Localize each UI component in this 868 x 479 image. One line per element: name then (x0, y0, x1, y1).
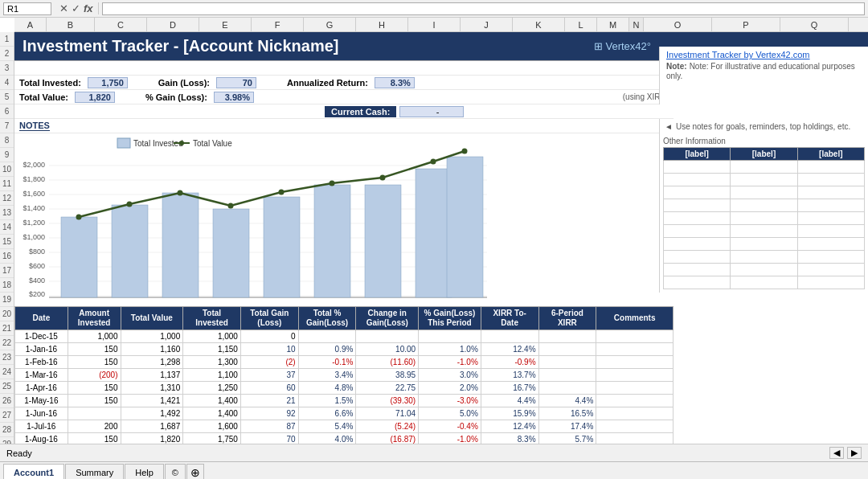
formula-input[interactable] (102, 2, 865, 15)
svg-rect-27 (112, 205, 148, 297)
other-info-table: [label] [label] [label] (663, 147, 865, 289)
col-header-Q[interactable]: Q (780, 18, 849, 31)
cell-date: 1-May-16 (15, 395, 68, 407)
svg-point-40 (330, 181, 335, 186)
svg-rect-28 (162, 193, 199, 297)
tab-help[interactable]: Help (125, 464, 164, 479)
col-header-A[interactable]: A (14, 18, 47, 31)
cell-total-value: 1,820 (121, 433, 183, 444)
cell-6xirr (538, 382, 596, 395)
cell-change-gain: 10.00 (356, 343, 419, 356)
cell-comments (596, 330, 674, 343)
svg-rect-34 (447, 157, 483, 297)
cell-comments (596, 369, 674, 382)
cell-amount (68, 407, 121, 420)
cell-total-gain: 87 (240, 420, 298, 433)
svg-rect-31 (314, 185, 350, 297)
svg-rect-33 (416, 169, 452, 297)
col-header-K[interactable]: K (513, 18, 565, 31)
other-col-2: [label] (731, 148, 797, 161)
cell-total-gain: 92 (240, 407, 298, 420)
col-header-I[interactable]: I (408, 18, 461, 31)
cell-amount: 150 (68, 382, 121, 395)
formula-bar: R1 ✕ ✓ fx (0, 0, 868, 18)
col-header-L[interactable]: L (565, 18, 597, 31)
cell-total-pct: 4.0% (298, 433, 356, 444)
cell-change-gain: 22.75 (356, 382, 419, 395)
cell-xirr: 4.4% (481, 395, 538, 407)
confirm-icon[interactable]: ✓ (72, 2, 80, 14)
cell-pct-this: 2.0% (419, 382, 481, 395)
col-header-D[interactable]: D (147, 18, 199, 31)
svg-point-43 (462, 149, 468, 154)
svg-text:$2,000: $2,000 (23, 161, 45, 169)
cell-change-gain: (16.87) (356, 433, 419, 444)
cell-total-value: 1,492 (121, 407, 183, 420)
col-header-G[interactable]: G (304, 18, 356, 31)
cell-pct-this: 3.0% (419, 369, 481, 382)
cell-pct-this: -1.0% (419, 433, 481, 444)
col-header-H[interactable]: H (356, 18, 408, 31)
gain-loss-value: 70 (216, 77, 256, 88)
cell-amount: 200 (68, 420, 121, 433)
table-row: 1-Feb-16 150 1,298 1,300 (2) -0.1% (11.6… (15, 356, 674, 369)
col-header-N[interactable]: N (629, 18, 644, 31)
svg-point-37 (178, 190, 183, 196)
cell-total-gain: (2) (240, 356, 298, 369)
cell-date: 1-Feb-16 (15, 356, 68, 369)
col-header-O[interactable]: O (644, 18, 712, 31)
col-header-M[interactable]: M (597, 18, 629, 31)
col-header-J[interactable]: J (461, 18, 513, 31)
cell-comments (596, 343, 674, 356)
total-value-label: Total Value: (19, 92, 68, 102)
svg-point-35 (76, 215, 82, 220)
logo: ⊞ Vertex42° (594, 40, 659, 52)
annualized-return-value: 8.3% (375, 77, 415, 88)
col-total-gain: Total Gain(Loss) (240, 307, 298, 330)
cell-total-inv: 1,150 (183, 343, 241, 356)
cell-total-inv: 1,750 (183, 433, 241, 444)
cell-xirr: 13.7% (481, 369, 538, 382)
cell-total-gain: 0 (240, 330, 298, 343)
col-6period-xirr: 6-PeriodXIRR (538, 307, 596, 330)
fx-icon[interactable]: fx (84, 2, 93, 14)
svg-text:$1,000: $1,000 (23, 233, 45, 241)
scroll-right-icon[interactable]: ▶ (847, 447, 862, 459)
col-header-C[interactable]: C (95, 18, 147, 31)
svg-rect-30 (264, 197, 300, 297)
pct-gain-loss-label: % Gain (Loss): (145, 92, 207, 102)
cell-reference[interactable]: R1 (3, 2, 51, 15)
col-header-P[interactable]: P (712, 18, 780, 31)
total-invested-value: 1,750 (88, 77, 128, 88)
col-header-F[interactable]: F (252, 18, 304, 31)
cell-date: 1-Jul-16 (15, 420, 68, 433)
cell-6xirr: 17.4% (538, 420, 596, 433)
cell-total-pct: 0.9% (298, 343, 356, 356)
notes-hint: Use notes for goals, reminders, top hold… (676, 122, 850, 131)
tab-summary[interactable]: Summary (65, 464, 124, 479)
tab-copyright[interactable]: © (165, 464, 186, 479)
cell-date: 1-Mar-16 (15, 369, 68, 382)
tab-account1[interactable]: Account1 (3, 464, 64, 479)
svg-point-3 (179, 141, 184, 145)
cell-total-gain: 70 (240, 433, 298, 444)
cell-total-inv: 1,400 (183, 407, 241, 420)
col-total-pct: Total %Gain(Loss) (298, 307, 356, 330)
scroll-left-icon[interactable]: ◀ (829, 447, 844, 459)
cell-total-pct: -0.1% (298, 356, 356, 369)
cancel-icon[interactable]: ✕ (59, 2, 68, 14)
col-header-E[interactable]: E (199, 18, 252, 31)
col-header-B[interactable]: B (47, 18, 95, 31)
cell-total-value: 1,310 (121, 382, 183, 395)
cell-amount: 150 (68, 356, 121, 369)
table-row: 1-Apr-16 150 1,310 1,250 60 4.8% 22.75 2… (15, 382, 674, 395)
cell-xirr (481, 330, 538, 343)
svg-text:$200: $200 (29, 290, 45, 298)
cell-change-gain: 38.95 (356, 369, 419, 382)
current-cash-value: - (399, 106, 464, 117)
total-value-value: 1,820 (75, 92, 115, 103)
tab-add[interactable]: ⊕ (186, 464, 204, 479)
vertex42-link-main[interactable]: Investment Tracker by Vertex42.com (666, 50, 810, 59)
cell-pct-this: 1.0% (419, 343, 481, 356)
cell-xirr: 12.4% (481, 420, 538, 433)
